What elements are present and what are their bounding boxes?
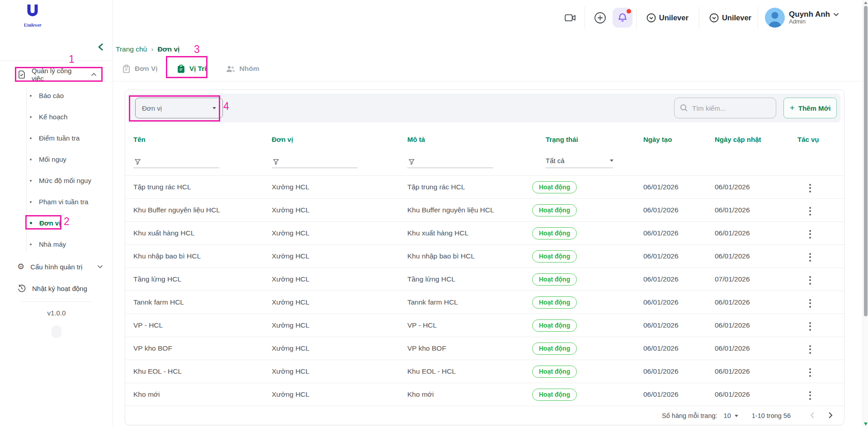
sidebar-item-cau-hinh-quan-tri[interactable]: ⚙ Cấu hình quản trị (11, 258, 106, 276)
rows-per-page-label: Số hàng mỗi trang: (662, 412, 717, 419)
sidebar-item-label: Quản lý công việc (32, 67, 85, 82)
status-badge: Hoạt động (532, 204, 577, 216)
cell-updated-date: 06/01/2026 (715, 367, 797, 375)
sidebar-item-nhat-ky-hoat-dong[interactable]: Nhật ký hoạt động (11, 279, 106, 297)
table-row: Khu xuất hàng HCL Xưởng HCL Khu xuất hàn… (125, 222, 844, 245)
notifications-button[interactable] (613, 8, 632, 28)
sidebar-item-nha-may[interactable]: Nhà máy (0, 234, 113, 255)
row-actions-kebab-icon[interactable] (807, 250, 814, 264)
cell-created-date: 06/01/2026 (643, 275, 715, 283)
row-actions-kebab-icon[interactable] (807, 181, 814, 195)
status-badge: Hoạt động (532, 296, 577, 309)
toolbar: Đơn vị + Thêm Mới (129, 94, 840, 122)
scrollbar-up-arrow[interactable] (864, 1, 868, 4)
add-quick-button[interactable] (594, 12, 606, 24)
scrollbar-down-arrow[interactable] (864, 422, 868, 426)
column-header-ngay-cap-nhat: Ngày cập nhật (715, 136, 797, 143)
cell-updated-date: 06/01/2026 (715, 206, 797, 214)
notification-dot (627, 9, 631, 14)
sidebar-footer-divider (22, 301, 91, 302)
sidebar-item-muc-do-moi-nguy[interactable]: Mức độ mối nguy (0, 170, 113, 191)
cell-unit: Xưởng HCL (272, 344, 407, 352)
pagination-prev-button[interactable] (806, 410, 818, 422)
user-menu[interactable]: Quynh Anh Admin (765, 8, 839, 28)
sidebar: Unilever Quản lý công việc Báo cáo Kế ho… (0, 0, 113, 427)
filter-input-mo-ta[interactable] (407, 156, 493, 168)
sidebar-item-ke-hoach[interactable]: Kế hoạch (0, 106, 113, 127)
tab-nhom[interactable]: Nhóm (226, 65, 259, 73)
sidebar-item-label: Nhật ký hoạt động (32, 285, 87, 292)
tab-vi-tri[interactable]: Vị Trí (177, 65, 207, 73)
breadcrumb-current: Đơn vị (157, 45, 179, 53)
unit-filter-select[interactable]: Đơn vị (135, 98, 223, 118)
search-input[interactable] (692, 104, 760, 112)
main-content: Trang chủ › Đơn vị Đơn Vị Vị Trí (113, 35, 868, 427)
cell-name: Khu xuất hàng HCL (133, 229, 272, 237)
video-camera-icon (565, 14, 576, 22)
cell-description: VP kho BOF (407, 344, 532, 352)
sidebar-item-diem-tuan-tra[interactable]: Điểm tuần tra (0, 127, 113, 149)
row-actions-kebab-icon[interactable] (807, 389, 814, 403)
status-badge: Hoạt động (532, 181, 577, 193)
cell-name: VP kho BOF (133, 344, 272, 352)
status-badge: Hoạt động (532, 250, 577, 263)
clipboard-icon (122, 65, 131, 73)
status-badge: Hoạt động (532, 366, 577, 378)
cell-updated-date: 06/01/2026 (715, 252, 797, 260)
sidebar-item-don-vi[interactable]: Đơn vị (0, 212, 113, 234)
cell-name: Khu Buffer nguyên liệu HCL (133, 206, 272, 214)
rows-per-page-value: 10 (724, 412, 731, 419)
sidebar-item-pham-vi-tuan-tra[interactable]: Phạm vi tuần tra (0, 191, 113, 212)
row-actions-kebab-icon[interactable] (807, 343, 814, 357)
sidebar-item-moi-nguy[interactable]: Mối nguy (0, 149, 113, 170)
rows-per-page-select[interactable]: 10 (724, 412, 738, 419)
row-actions-kebab-icon[interactable] (807, 296, 814, 310)
row-actions-kebab-icon[interactable] (807, 319, 814, 333)
sidebar-item-label: Cấu hình quản trị (30, 263, 82, 271)
user-name: Quynh Anh (789, 10, 830, 19)
sidebar-item-quan-ly-cong-viec[interactable]: Quản lý công việc (11, 66, 101, 83)
cell-unit: Xưởng HCL (272, 183, 407, 191)
chevron-down-icon (97, 265, 103, 268)
scrollbar-thumb[interactable] (864, 6, 868, 316)
funnel-icon (408, 159, 415, 165)
cell-name: Khu nhập bao bì HCL (133, 252, 272, 260)
screen-record-button[interactable] (565, 14, 576, 22)
history-icon (17, 284, 26, 293)
cell-description: Kho mới (407, 390, 532, 399)
filter-input-ten[interactable] (133, 156, 219, 168)
status-badge: Hoạt động (532, 389, 577, 401)
cell-unit: Xưởng HCL (272, 321, 407, 329)
tab-label: Vị Trí (189, 65, 207, 73)
divider (585, 7, 585, 28)
bullet-icon (30, 159, 32, 160)
row-actions-kebab-icon[interactable] (807, 273, 814, 287)
status-filter-select[interactable]: Tất cả (546, 157, 613, 168)
row-actions-kebab-icon[interactable] (807, 204, 814, 218)
pagination-next-button[interactable] (825, 410, 837, 422)
status-badge: Hoạt động (532, 273, 577, 286)
gear-icon: ⚙ (17, 263, 24, 271)
org-switcher-1[interactable]: Unilever (646, 13, 689, 23)
org-switcher-2[interactable]: Unilever (709, 13, 751, 23)
row-actions-kebab-icon[interactable] (807, 366, 814, 380)
cell-unit: Xưởng HCL (272, 367, 407, 375)
user-role: Admin (789, 19, 839, 25)
cell-description: Tầng lửng HCL (407, 275, 532, 283)
cell-updated-date: 07/01/2026 (715, 275, 797, 283)
breadcrumb: Trang chủ › Đơn vị (116, 45, 179, 53)
table-filter-row: Tất cả (125, 145, 844, 176)
table-row: Tầng lửng HCL Xưởng HCL Tầng lửng HCL Ho… (125, 268, 844, 291)
sidebar-item-bao-cao[interactable]: Báo cáo (0, 85, 113, 106)
app-version: v1.0.0 (0, 309, 113, 317)
tab-don-vi[interactable]: Đơn Vị (122, 65, 158, 73)
add-new-button[interactable]: + Thêm Mới (783, 98, 837, 118)
plus-icon: + (790, 103, 795, 112)
sidebar-collapse-button[interactable] (96, 42, 106, 52)
cell-created-date: 06/01/2026 (643, 298, 715, 306)
breadcrumb-home-link[interactable]: Trang chủ (116, 45, 147, 53)
filter-input-don-vi[interactable] (272, 156, 358, 168)
logo-script: Unilever (19, 22, 46, 28)
cell-created-date: 06/01/2026 (643, 252, 715, 260)
row-actions-kebab-icon[interactable] (807, 227, 814, 241)
